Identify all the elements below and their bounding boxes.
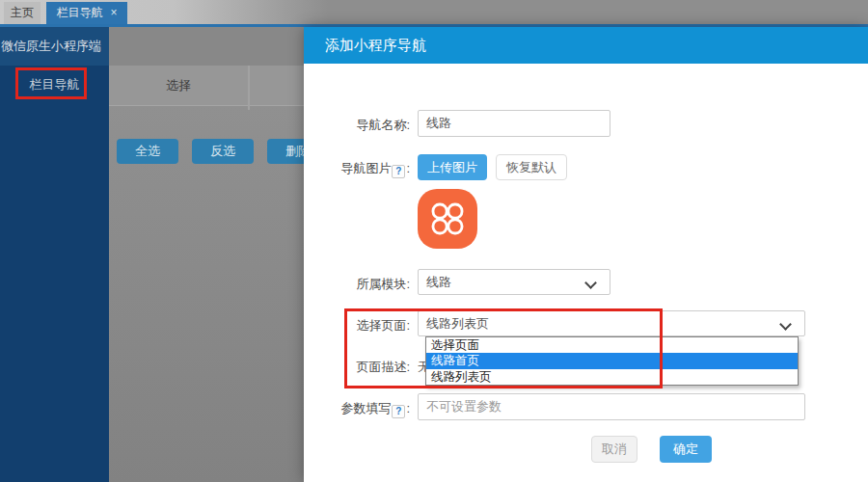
params-input[interactable]: 不可设置参数: [418, 393, 805, 420]
page-desc-label: 页面描述:: [304, 359, 410, 376]
tab-column-nav-label: 栏目导航: [56, 6, 102, 19]
sidebar-title: 微信原生小程序端: [0, 27, 109, 66]
nav-name-input[interactable]: 线路: [418, 110, 610, 137]
clover-glyph: [428, 200, 467, 238]
confirm-button[interactable]: 确定: [660, 436, 712, 463]
restore-default-button[interactable]: 恢复默认: [496, 154, 567, 180]
invert-select-button[interactable]: 反选: [192, 139, 254, 164]
nav-name-label: 导航名称:: [304, 117, 410, 134]
page-select-label: 选择页面:: [304, 317, 410, 335]
page-select-dropdown: 选择页面 线路首页 线路列表页: [425, 336, 799, 386]
module-value: 线路: [426, 274, 451, 291]
select-all-button[interactable]: 全选: [117, 139, 178, 164]
tab-bar: 主页 栏目导航×: [0, 0, 868, 24]
cancel-button[interactable]: 取消: [591, 436, 637, 463]
module-label: 所属模块:: [304, 276, 410, 293]
params-value: 不可设置参数: [426, 398, 502, 415]
nav-name-value: 线路: [426, 115, 451, 132]
dropdown-option[interactable]: 选择页面: [426, 337, 798, 353]
tab-close-icon[interactable]: ×: [110, 6, 117, 19]
page-select-value: 线路列表页: [426, 315, 489, 333]
tab-home[interactable]: 主页: [4, 2, 41, 24]
column-header-select: 选择: [109, 66, 248, 106]
dialog-header: 添加小程序导航: [304, 27, 868, 64]
help-icon[interactable]: ?: [392, 405, 405, 418]
module-select[interactable]: 线路: [418, 269, 610, 295]
page-select[interactable]: 线路列表页: [418, 310, 805, 336]
column-divider: [248, 66, 250, 110]
sidebar-item-column-nav[interactable]: 栏目导航: [0, 69, 109, 100]
help-icon[interactable]: ?: [392, 165, 405, 178]
tab-column-nav[interactable]: 栏目导航×: [46, 2, 127, 24]
dialog-title: 添加小程序导航: [325, 27, 426, 64]
dropdown-option-selected[interactable]: 线路首页: [426, 353, 798, 369]
nav-clover-icon: [418, 189, 477, 249]
upload-image-button[interactable]: 上传图片: [418, 154, 487, 180]
sidebar: 微信原生小程序端 栏目导航: [0, 27, 109, 482]
nav-image-label: 导航图片?:: [304, 160, 410, 178]
params-label: 参数填写?:: [304, 400, 410, 418]
dropdown-option[interactable]: 线路列表页: [426, 369, 798, 385]
add-nav-dialog: 添加小程序导航 导航名称: 线路 导航图片?: 上传图片 恢复默认 所属模块: …: [304, 27, 868, 482]
